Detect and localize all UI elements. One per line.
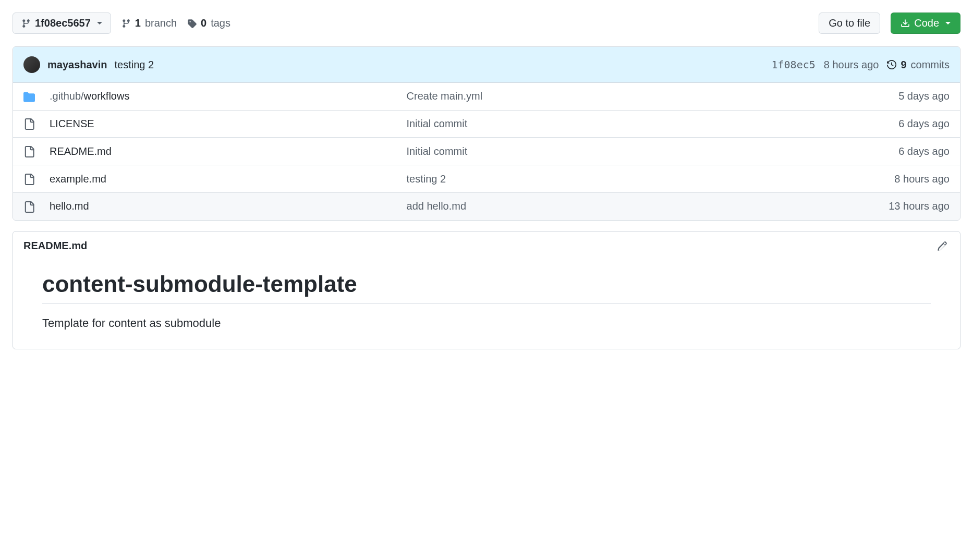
- file-name[interactable]: hello.md: [50, 200, 407, 212]
- commits-count: 9: [901, 59, 906, 71]
- branches-count: 1: [135, 17, 141, 29]
- file-name[interactable]: LICENSE: [50, 118, 407, 130]
- file-commit-message[interactable]: testing 2: [407, 173, 835, 185]
- branch-ref-label: 1f08ec5657: [35, 17, 91, 29]
- file-icon: [23, 174, 35, 185]
- file-time: 5 days ago: [835, 90, 950, 102]
- file-row: hello.mdadd hello.md13 hours ago: [13, 192, 960, 220]
- folder-icon: [23, 91, 35, 103]
- go-to-file-button[interactable]: Go to file: [819, 13, 880, 34]
- commit-message[interactable]: testing 2: [115, 59, 154, 71]
- tags-count: 0: [201, 17, 206, 29]
- pencil-icon: [937, 241, 947, 251]
- file-time: 6 days ago: [835, 118, 950, 130]
- file-name[interactable]: example.md: [50, 173, 407, 185]
- file-commit-message[interactable]: Initial commit: [407, 118, 835, 130]
- tag-icon: [187, 19, 197, 28]
- file-row: README.mdInitial commit6 days ago: [13, 137, 960, 165]
- commits-label: commits: [911, 59, 950, 71]
- file-commit-message[interactable]: Initial commit: [407, 145, 835, 157]
- branch-selector-button[interactable]: 1f08ec5657: [13, 13, 111, 34]
- file-row: example.mdtesting 28 hours ago: [13, 165, 960, 192]
- file-icon: [23, 201, 35, 213]
- file-commit-message[interactable]: add hello.md: [407, 200, 835, 212]
- file-time: 8 hours ago: [835, 173, 950, 185]
- git-branch-icon: [21, 19, 31, 28]
- file-icon: [23, 146, 35, 157]
- edit-readme-button[interactable]: [935, 239, 950, 253]
- code-button-label: Code: [914, 17, 939, 29]
- branches-label: branch: [145, 17, 177, 29]
- latest-commit-header: mayashavin testing 2 1f08ec5 8 hours ago…: [13, 47, 960, 83]
- readme-heading: content-submodule-template: [42, 271, 931, 304]
- history-icon: [887, 60, 896, 69]
- tags-label: tags: [211, 17, 230, 29]
- readme-description: Template for content as submodule: [42, 316, 931, 330]
- file-commit-message[interactable]: Create main.yml: [407, 90, 835, 102]
- tags-link[interactable]: 0 tags: [187, 17, 230, 29]
- code-button[interactable]: Code: [891, 13, 960, 34]
- commit-author[interactable]: mayashavin: [47, 59, 107, 71]
- readme-box: README.md content-submodule-template Tem…: [13, 231, 960, 349]
- file-row: .github/workflowsCreate main.yml5 days a…: [13, 83, 960, 110]
- download-icon: [901, 19, 910, 28]
- repo-header-bar: 1f08ec5657 1 branch 0 tags Go to file Co…: [13, 13, 960, 34]
- git-branch-icon: [121, 19, 131, 28]
- file-name[interactable]: README.md: [50, 145, 407, 157]
- chevron-down-icon: [97, 22, 102, 25]
- file-name[interactable]: .github/workflows: [50, 90, 407, 102]
- commit-time: 8 hours ago: [824, 59, 879, 71]
- commits-link[interactable]: 9 commits: [887, 59, 950, 71]
- commit-sha[interactable]: 1f08ec5: [771, 58, 815, 71]
- chevron-down-icon: [945, 22, 951, 25]
- file-time: 6 days ago: [835, 145, 950, 157]
- branches-link[interactable]: 1 branch: [121, 17, 177, 29]
- file-time: 13 hours ago: [835, 200, 950, 212]
- avatar[interactable]: [23, 56, 40, 73]
- files-box: mayashavin testing 2 1f08ec5 8 hours ago…: [13, 46, 960, 221]
- file-icon: [23, 118, 35, 130]
- file-row: LICENSEInitial commit6 days ago: [13, 110, 960, 138]
- readme-filename[interactable]: README.md: [23, 240, 87, 252]
- go-to-file-label: Go to file: [829, 17, 870, 29]
